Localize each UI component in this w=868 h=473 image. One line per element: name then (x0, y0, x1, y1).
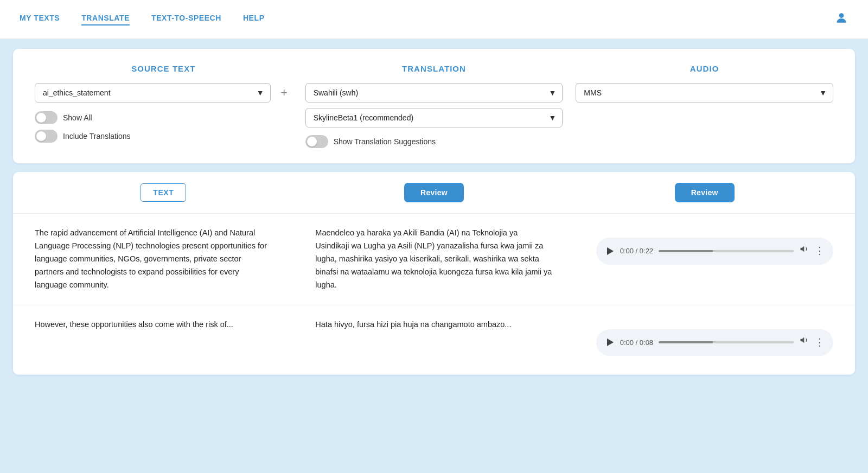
translation-col: TRANSLATION Swahili (swh) ▼ SkylineBeta1… (305, 64, 563, 148)
volume-icon-1[interactable] (800, 244, 809, 258)
audio-review-button[interactable]: Review (675, 183, 735, 202)
audio-cell-1: 0:00 / 0:22 ⋮ (575, 214, 855, 305)
play-button-2[interactable] (605, 337, 615, 347)
volume-icon-2[interactable] (800, 335, 809, 349)
show-suggestions-toggle[interactable] (305, 135, 328, 148)
source-text-cell-2: However, these opportunities also come w… (13, 305, 293, 375)
audio-player-2: 0:00 / 0:08 ⋮ (596, 329, 833, 356)
source-text-col: SOURCE TEXT ai_ethics_statement ▼ + Show… (35, 64, 292, 148)
audio-time-2: 0:00 / 0:08 (620, 337, 653, 348)
source-text-header: SOURCE TEXT (35, 64, 292, 73)
more-options-icon-1[interactable]: ⋮ (815, 243, 825, 259)
user-avatar-icon[interactable] (834, 11, 848, 28)
nav-translate[interactable]: TRANSLATE (81, 14, 130, 25)
content-row-1: The rapid advancement of Artificial Inte… (13, 214, 855, 305)
content-header: TEXT Review Review (13, 172, 855, 214)
more-options-icon-2[interactable]: ⋮ (815, 335, 825, 351)
show-suggestions-label: Show Translation Suggestions (334, 137, 436, 146)
audio-header: AUDIO (576, 64, 833, 73)
nav-my-texts[interactable]: MY TEXTS (20, 14, 60, 25)
config-panel: SOURCE TEXT ai_ethics_statement ▼ + Show… (13, 49, 855, 163)
show-all-row: Show All (35, 111, 292, 124)
svg-marker-4 (800, 337, 804, 343)
include-translations-toggle[interactable] (35, 130, 58, 143)
translation-text-cell-1: Maendeleo ya haraka ya Akili Bandia (AI)… (293, 214, 574, 305)
nav-tts[interactable]: TEXT-TO-SPEECH (151, 14, 221, 25)
audio-cell-2: 0:00 / 0:08 ⋮ (575, 305, 855, 375)
content-row-2: However, these opportunities also come w… (13, 305, 855, 375)
content-area: TEXT Review Review The rapid advancement… (13, 172, 855, 375)
svg-marker-2 (800, 246, 804, 252)
include-translations-row: Include Translations (35, 130, 292, 143)
text-tab-button[interactable]: TEXT (141, 183, 186, 202)
show-all-label: Show All (63, 113, 92, 122)
audio-progress-1[interactable] (659, 250, 794, 252)
include-translations-label: Include Translations (63, 132, 131, 140)
svg-marker-3 (607, 338, 614, 346)
audio-time-1: 0:00 / 0:22 (620, 245, 653, 257)
source-text-cell-1: The rapid advancement of Artificial Inte… (13, 214, 293, 305)
audio-progress-2[interactable] (659, 341, 794, 343)
audio-model-select[interactable]: MMS (576, 83, 833, 103)
add-source-button[interactable]: + (276, 85, 292, 101)
translation-model-select[interactable]: SkylineBeta1 (recommended) (305, 108, 563, 127)
play-button-1[interactable] (605, 246, 615, 256)
audio-player-1: 0:00 / 0:22 ⋮ (596, 238, 833, 265)
translation-header: TRANSLATION (305, 64, 563, 73)
suggestions-toggle-row: Show Translation Suggestions (305, 135, 563, 148)
nav-help[interactable]: HELP (243, 14, 265, 25)
audio-col: AUDIO MMS ▼ (576, 64, 833, 103)
translation-lang-select[interactable]: Swahili (swh) (305, 83, 563, 103)
svg-marker-1 (607, 247, 614, 255)
translation-review-button[interactable]: Review (404, 183, 464, 202)
nav-links: MY TEXTS TRANSLATE TEXT-TO-SPEECH HELP (20, 14, 265, 25)
svg-point-0 (839, 13, 844, 18)
navbar: MY TEXTS TRANSLATE TEXT-TO-SPEECH HELP (0, 0, 868, 39)
translation-text-cell-2: Hata hivyo, fursa hizi pia huja na chang… (293, 305, 574, 375)
show-all-toggle[interactable] (35, 111, 58, 124)
source-text-select[interactable]: ai_ethics_statement (35, 83, 271, 103)
